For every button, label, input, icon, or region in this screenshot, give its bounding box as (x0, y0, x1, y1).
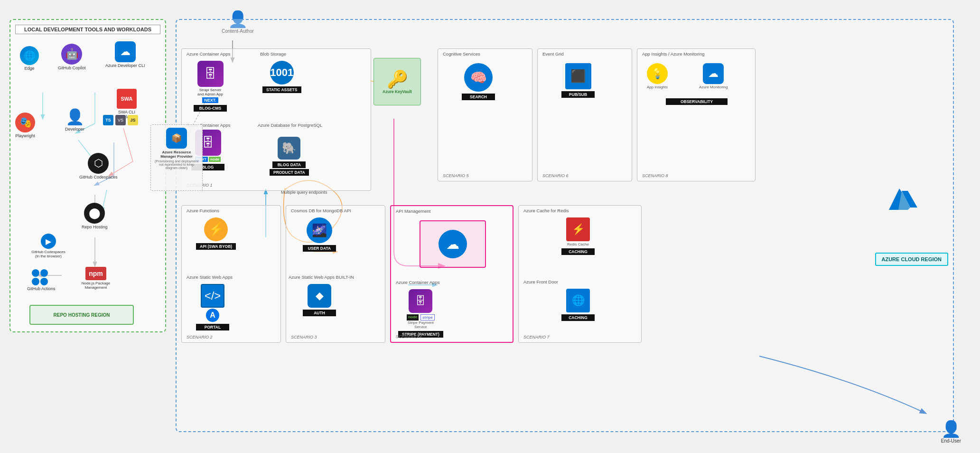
swa2-icon: ◆ (308, 284, 331, 308)
blog-cms-badge: BLOG-CMS (194, 105, 227, 112)
keyvault-label: Azure KeyVault (383, 89, 412, 94)
vscode-icon: VS (115, 115, 126, 125)
playwright-label: Playwright (15, 133, 35, 138)
developer-icon: 👤 (65, 108, 84, 126)
tool-developer: 👤 Developer (65, 108, 84, 132)
service-monitoring: ☁ Azure Monitoring (699, 63, 728, 89)
cosmos-icon: 🌌 (307, 217, 332, 243)
codespaces-icon: ⬡ (88, 153, 109, 174)
section-header-postgres: Azure Database for PostgreSQL (258, 123, 322, 128)
node-badge: node (209, 157, 221, 162)
stripe-badge-label: stripe (420, 314, 435, 321)
tool-gh-actions: GitHub Actions (27, 269, 56, 291)
service-frontdoor: 🌐 CACHING (561, 289, 595, 321)
repo-icon: ⬤ (84, 203, 105, 224)
scenario-8-box: App Insights / Azure Monitoring 💡 App In… (637, 48, 756, 181)
scenario-3-box: Cosmos DB for MongoDB API 🌌 USER DATA Az… (286, 205, 385, 343)
service-postgres: 🐘 BLOG DATA PRODUCT DATA (270, 137, 309, 176)
aca1-sublabel: Strapi Serverand Admin App (191, 88, 229, 96)
end-user-label: End-User (941, 438, 961, 444)
caching-badge1: CACHING (561, 248, 595, 255)
service-swa2: ◆ AUTH (303, 284, 336, 316)
repo-label: Repo Hosting (82, 225, 108, 229)
next-badge: NEXT. (202, 97, 218, 103)
repo-hosting-region: REPO HOSTING REGION (29, 305, 134, 325)
actions-label: GitHub Actions (27, 286, 56, 291)
copilot-icon: 🤖 (61, 44, 82, 65)
monitoring-icon: ☁ (703, 63, 724, 84)
stripe-aca-icon: 🗄 (409, 289, 432, 313)
service-redis: ⚡ Redis Cache CACHING (561, 217, 595, 255)
service-aca1: 🗄 Strapi Serverand Admin App NEXT. BLOG-… (191, 61, 229, 112)
npm-label: Node.js Package Management (72, 281, 120, 290)
scenario-1-box: Azure Container Apps 🗄 Strapi Serverand … (181, 48, 371, 191)
tool-copilot: 🤖 GitHub Copilot (58, 44, 86, 70)
node-stripe: node (407, 314, 419, 321)
service-functions: ⚡ API (SWA BYOB) (196, 217, 236, 250)
scenario-6-label: SCENARIO 6 (542, 173, 569, 178)
postgres-icon: 🐘 (278, 137, 300, 160)
redis-label: Redis Cache (567, 242, 589, 246)
blog-data-badge: BLOG DATA (272, 161, 306, 168)
section-header-swa2: Azure Static Web Apps BUILT-IN (289, 274, 354, 280)
edge-label: Edge (24, 66, 34, 71)
scenario-3-label: SCENARIO 3 (291, 335, 317, 340)
swa-icon: SWA (117, 89, 137, 109)
api-byob-badge: API (SWA BYOB) (196, 243, 236, 250)
section-header-obs: App Insights / Azure Monitoring (642, 51, 705, 57)
scenario-4-box: API Management ☁ Azure Container Apps 🗄 … (390, 205, 513, 343)
scenario-8-label: SCENARIO 8 (642, 173, 668, 178)
tool-edge: 🌐 Edge (20, 46, 39, 71)
developer-label: Developer (65, 127, 84, 132)
swa1-icon: </> (201, 284, 224, 308)
local-dev-title: LOCAL DEVELOPMENT TOOLS AND WORKLOADS (15, 25, 160, 34)
section-header-frontdoor: Azure Front Door (523, 279, 558, 284)
arm-box: 📦 Azure Resource Manager Provider (Provi… (150, 124, 203, 191)
section-header-redis: Azure Cache for Redis (523, 208, 569, 213)
keyvault-icon: 🔑 (387, 69, 408, 89)
section-header-eventgrid: Event Grid (542, 51, 564, 57)
section-header-apim: API Management (396, 208, 430, 214)
azure-main-panel: Azure Container Apps 🗄 Strapi Serverand … (176, 19, 954, 432)
service-eventgrid: ⬛ PUB/SUB (561, 63, 595, 98)
end-user-icon: 👤 (941, 419, 961, 438)
service-cognitive: 🧠 SEARCH (462, 63, 495, 100)
monitoring-label: Azure Monitoring (699, 85, 728, 89)
auth-badge: AUTH (303, 310, 336, 316)
repo-region-label: REPO HOSTING REGION (54, 312, 110, 318)
blob-icon: 1001 (270, 61, 294, 85)
ts-icon-group: TS VS JS (103, 115, 138, 125)
section-header-cosmos: Cosmos DB for MongoDB API (291, 208, 351, 213)
azure-logo (889, 186, 917, 214)
section-header-functions: Azure Functions (187, 208, 219, 213)
observability-badge: OBSERVABILITY (666, 98, 728, 105)
stripe-service-label: Stripe PaymentService (408, 321, 434, 329)
codespaces-browser-icon: ▶ (41, 234, 56, 249)
tool-repo: ⬤ Repo Hosting (82, 203, 108, 229)
section-header-aca1: Azure Container Apps (187, 51, 230, 57)
keyvault-box: 🔑 Azure KeyVault (373, 58, 421, 105)
appinsights-label: App Insights (647, 85, 668, 89)
tool-gh-codespaces-browser: ▶ GitHub Codespaces (In the browser) (29, 234, 67, 258)
azure-cloud-region-label: AZURE CLOUD REGION (875, 253, 949, 266)
service-apim: ☁ (420, 220, 486, 268)
scenario-2-label: SCENARIO 2 (187, 335, 213, 340)
service-stripe: 🗄 node stripe Stripe PaymentService STRI… (398, 289, 443, 338)
codespaces-browser-label: GitHub Codespaces (In the browser) (29, 250, 67, 258)
caching-badge2: CACHING (561, 314, 595, 321)
product-data-badge: PRODUCT DATA (270, 169, 309, 176)
aca1-icon: 🗄 (197, 61, 224, 87)
local-dev-panel: LOCAL DEVELOPMENT TOOLS AND WORKLOADS 🌐 … (9, 19, 166, 332)
service-cosmos: 🌌 USER DATA (303, 217, 336, 252)
arm-note: (Provisioning and deployment not represe… (154, 160, 199, 170)
actions-icons (32, 269, 51, 285)
scenario-2-box: Azure Functions ⚡ API (SWA BYOB) Azure S… (181, 205, 281, 343)
service-blob: 1001 STATIC ASSETS (262, 61, 301, 93)
portal-badge: PORTAL (196, 324, 229, 330)
azdcli-icon: ☁ (115, 41, 136, 62)
redis-icon: ⚡ (566, 217, 590, 241)
service-swa1: </> A PORTAL (196, 284, 229, 330)
tool-gh-codespaces: ⬡ GitHub Codespaces (79, 153, 118, 179)
arm-icon: 📦 (166, 128, 187, 149)
js-icon: JS (128, 115, 138, 125)
